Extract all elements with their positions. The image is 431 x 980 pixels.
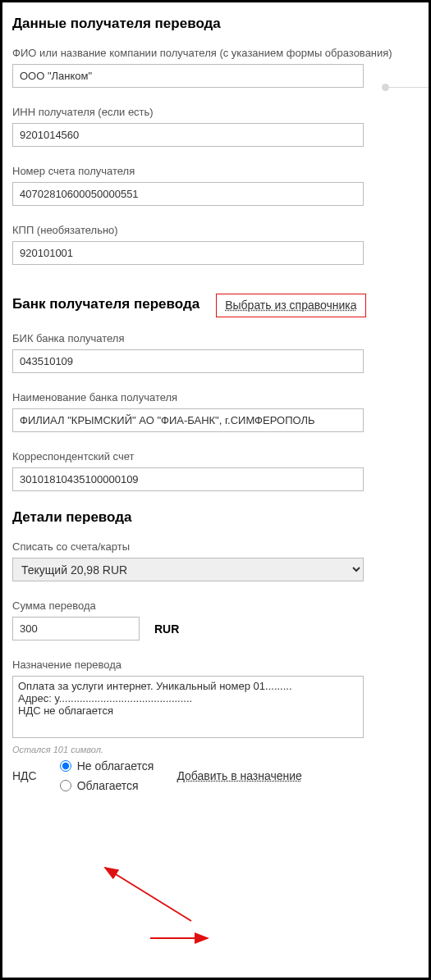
bank-corr-label: Корреспондентский счет: [12, 450, 419, 463]
bank-corr-input[interactable]: [12, 467, 364, 491]
nds-radio-yes[interactable]: Облагается: [60, 779, 154, 792]
recipient-kpp-input[interactable]: [12, 241, 364, 265]
nds-radio-yes-label: Облагается: [77, 779, 139, 792]
nds-label: НДС: [12, 769, 37, 782]
purpose-label: Назначение перевода: [12, 659, 419, 671]
bank-name-input[interactable]: [12, 408, 364, 432]
bank-bik-label: БИК банка получателя: [12, 332, 419, 344]
section-title-bank: Банк получателя перевода: [12, 296, 199, 312]
svg-line-2: [105, 868, 191, 921]
nds-radio-no-label: Не облагается: [77, 759, 154, 773]
nds-radio-yes-input[interactable]: [60, 780, 71, 791]
bank-bik-input[interactable]: [12, 349, 364, 373]
chars-left-helper: Остался 101 символ.: [12, 745, 419, 754]
select-from-directory-highlight: Выбрать из справочника: [216, 294, 365, 317]
amount-label: Сумма перевода: [12, 599, 419, 612]
nds-radio-no-input[interactable]: [60, 760, 71, 772]
recipient-account-input[interactable]: [12, 182, 364, 206]
select-from-directory-link[interactable]: Выбрать из справочника: [225, 299, 356, 312]
recipient-name-input[interactable]: [12, 64, 364, 88]
recipient-name-label: ФИО или название компании получателя (с …: [12, 47, 419, 59]
add-to-purpose-link[interactable]: Добавить в назначение: [177, 769, 302, 782]
slider-dot-icon: [382, 84, 389, 91]
recipient-inn-label: ИНН получателя (если есть): [12, 106, 419, 118]
section-title-details: Детали перевода: [12, 509, 419, 526]
currency-label: RUR: [154, 622, 179, 636]
debit-account-select[interactable]: Текущий 20,98 RUR: [12, 558, 364, 581]
amount-input[interactable]: [12, 617, 140, 640]
recipient-inn-input[interactable]: [12, 123, 364, 147]
purpose-textarea[interactable]: [12, 676, 364, 738]
section-title-recipient: Данные получателя перевода: [12, 16, 419, 32]
slider-track: [389, 87, 431, 88]
annotation-arrows: [2, 2, 431, 980]
nds-radio-no[interactable]: Не облагается: [60, 759, 154, 773]
recipient-account-label: Номер счета получателя: [12, 165, 419, 177]
recipient-kpp-label: КПП (необязательно): [12, 224, 419, 236]
bank-name-label: Наименование банка получателя: [12, 391, 419, 403]
debit-account-label: Списать со счета/карты: [12, 540, 419, 553]
